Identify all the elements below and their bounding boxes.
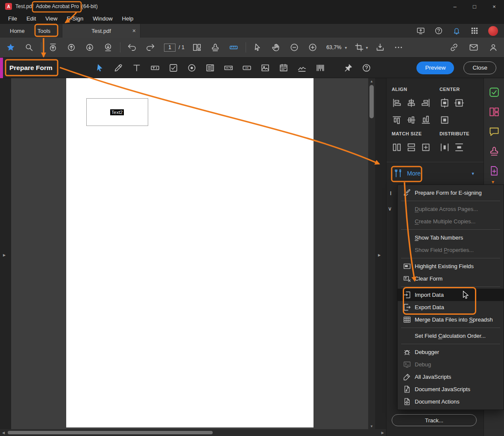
match-width-icon[interactable]: [406, 142, 416, 152]
center-horizontally-icon[interactable]: [440, 98, 450, 108]
measure-tool-icon[interactable]: [229, 43, 238, 52]
checkbox-tool-icon[interactable]: [169, 63, 178, 73]
menu-item-duplicate-across-pages[interactable]: Duplicate Across Pages...: [398, 203, 504, 215]
image-field-tool-icon[interactable]: [261, 63, 270, 73]
form-select-cursor-icon[interactable]: [95, 63, 105, 73]
rail-more-chevron-icon[interactable]: ▾: [492, 179, 494, 185]
close-form-button[interactable]: Close: [463, 61, 496, 74]
add-text-icon[interactable]: [132, 63, 141, 73]
vertical-scrollbar[interactable]: ▲ ▼: [368, 78, 375, 429]
hand-tool-icon[interactable]: [271, 43, 281, 52]
distribute-vertically-icon[interactable]: [454, 142, 464, 152]
center-both-icon[interactable]: [440, 115, 450, 125]
next-page-icon[interactable]: [85, 43, 94, 52]
maximize-button[interactable]: □: [465, 0, 484, 13]
button-tool-icon[interactable]: OK: [242, 63, 252, 73]
align-top-icon[interactable]: [392, 115, 402, 125]
match-both-icon[interactable]: [421, 142, 431, 152]
tab-close-icon[interactable]: ×: [132, 27, 136, 34]
menu-item-show-field-properties[interactable]: Show Field Properties...: [398, 244, 504, 256]
presentation-icon[interactable]: [375, 43, 385, 52]
track-button[interactable]: Track...: [392, 414, 477, 426]
close-window-button[interactable]: ×: [484, 0, 504, 13]
horizontal-scroll-thumb[interactable]: [8, 431, 213, 434]
more-button[interactable]: More ▾: [391, 165, 479, 181]
distribute-horizontally-icon[interactable]: [440, 142, 450, 152]
stamps-icon[interactable]: [489, 146, 500, 157]
menu-item-debug[interactable]: Debug: [398, 358, 504, 371]
scroll-right-icon[interactable]: ▶: [381, 430, 384, 436]
zoom-out-icon[interactable]: [290, 43, 299, 52]
select-tool-icon[interactable]: [253, 43, 262, 52]
menu-view[interactable]: View: [41, 13, 62, 24]
menu-edit[interactable]: Edit: [22, 13, 41, 24]
notifications-bell-icon[interactable]: [452, 26, 461, 35]
right-panel-expand-icon[interactable]: ▶: [378, 253, 381, 257]
next-view-icon[interactable]: [146, 43, 155, 52]
barcode-tool-icon[interactable]: [316, 63, 325, 73]
document-canvas[interactable]: Text2: [11, 78, 368, 429]
text-form-field[interactable]: Text2: [86, 98, 148, 126]
dropdown-tool-icon[interactable]: [224, 63, 233, 73]
previous-page-icon[interactable]: [67, 43, 76, 52]
share-screen-icon[interactable]: [416, 26, 425, 35]
first-page-icon[interactable]: [48, 43, 58, 52]
last-page-icon[interactable]: [103, 43, 113, 52]
center-vertically-icon[interactable]: [454, 98, 464, 108]
match-height-icon[interactable]: [392, 142, 402, 152]
page-thumbnails-icon[interactable]: [192, 43, 202, 52]
menu-file[interactable]: File: [3, 13, 22, 24]
align-center-horizontal-icon[interactable]: [406, 98, 416, 108]
menu-item-prepare-form-for-e-signing[interactable]: Prepare Form for E-signing: [398, 187, 504, 199]
menu-item-document-javascripts[interactable]: Document JavaScripts: [398, 383, 504, 395]
zoom-caret-icon[interactable]: ▾: [345, 45, 347, 50]
previous-view-icon[interactable]: [127, 43, 137, 52]
vertical-scroll-thumb[interactable]: [369, 85, 374, 118]
menu-item-merge-data-files-into-spreadsh[interactable]: Merge Data Files into Spreadsh: [398, 313, 504, 326]
menu-item-import-data[interactable]: Import Data: [398, 289, 504, 301]
apps-grid-icon[interactable]: [470, 26, 479, 35]
tab-home[interactable]: Home: [6, 24, 29, 38]
text-field-tool-icon[interactable]: [150, 63, 160, 73]
minimize-button[interactable]: –: [445, 0, 465, 13]
email-icon[interactable]: [469, 43, 478, 52]
edit-pen-icon[interactable]: [114, 63, 123, 73]
zoom-level-value[interactable]: 63,7%: [326, 44, 341, 50]
scroll-down-icon[interactable]: ▼: [370, 423, 373, 429]
page-display-icon[interactable]: [355, 43, 364, 52]
keep-tool-pin-icon[interactable]: [343, 63, 353, 73]
favorites-star-icon[interactable]: [6, 43, 15, 52]
comments-icon[interactable]: [489, 126, 500, 137]
menu-item-highlight-existing-fields[interactable]: Highlight Existing Fields: [398, 260, 504, 272]
form-help-icon[interactable]: [362, 63, 371, 73]
left-panel-expand-icon[interactable]: ▶: [3, 253, 6, 257]
menu-e-sign[interactable]: E-Sign: [62, 13, 88, 24]
account-avatar[interactable]: [488, 26, 498, 36]
fields-panel-chevron-icon[interactable]: ∨: [388, 205, 392, 212]
create-file-icon[interactable]: [489, 165, 500, 176]
search-icon[interactable]: [24, 43, 34, 52]
page-number-input[interactable]: 1: [164, 44, 176, 52]
menu-help[interactable]: Help: [117, 13, 138, 24]
align-bottom-icon[interactable]: [421, 115, 431, 125]
share-link-icon[interactable]: [449, 43, 459, 52]
help-icon[interactable]: [434, 26, 443, 35]
page-display-caret-icon[interactable]: ▾: [366, 45, 368, 50]
date-field-tool-icon[interactable]: [279, 63, 288, 73]
align-right-icon[interactable]: [421, 98, 431, 108]
radio-button-tool-icon[interactable]: [187, 63, 196, 73]
stamp-tool-icon[interactable]: [211, 43, 220, 52]
more-tools-dots-icon[interactable]: [394, 43, 403, 52]
menu-item-create-multiple-copies[interactable]: Create Multiple Copies...: [398, 215, 504, 228]
menu-item-clear-form[interactable]: Clear Form: [398, 272, 504, 285]
tab-document[interactable]: Test.pdf ×: [62, 24, 141, 38]
organize-pages-icon[interactable]: [489, 106, 500, 117]
zoom-in-icon[interactable]: [308, 43, 317, 52]
menu-item-document-actions[interactable]: Document Actions: [398, 395, 504, 408]
menu-item-show-tab-numbers[interactable]: Show Tab Numbers: [398, 231, 504, 244]
horizontal-scrollbar[interactable]: ◀ ▶: [0, 429, 386, 436]
menu-window[interactable]: Window: [88, 13, 117, 24]
scroll-left-icon[interactable]: ◀: [2, 430, 5, 436]
scroll-up-icon[interactable]: ▲: [370, 78, 373, 84]
menu-item-set-field-calculation-order[interactable]: Set Field Calculation Order...: [398, 330, 504, 342]
